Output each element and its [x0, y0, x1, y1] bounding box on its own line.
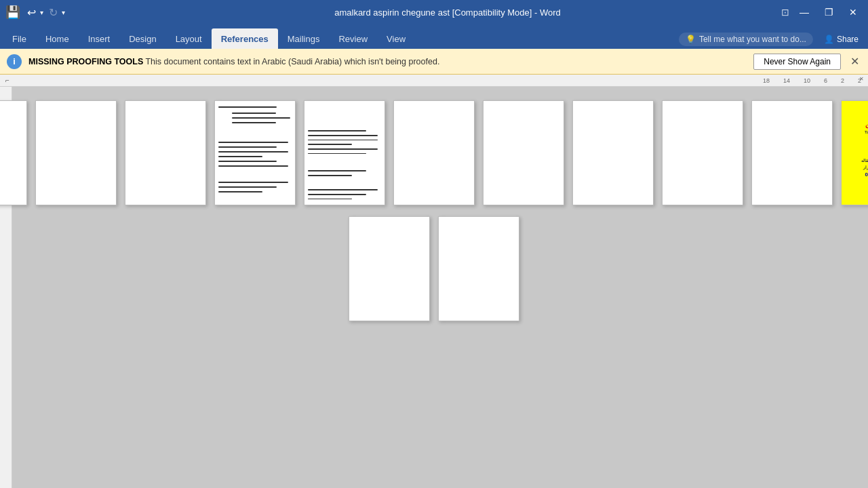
tab-layout[interactable]: Layout — [166, 28, 212, 49]
document-page-6[interactable] — [393, 100, 475, 205]
page-content — [439, 217, 519, 321]
title-bar-controls: ⊡ — ❐ ✕ — [781, 3, 863, 22]
tab-file[interactable]: File — [3, 28, 36, 49]
ad-line4: با کمترین قیمت بازار — [863, 165, 868, 169]
document-page-2[interactable] — [35, 100, 117, 205]
notification-close-button[interactable]: ✕ — [848, 55, 861, 68]
tab-home[interactable]: Home — [36, 28, 79, 49]
ad-title: تحقیق آنلاین — [865, 121, 868, 128]
ad-line3: پاور پوینت - ورد - مقاله — [861, 158, 868, 163]
ribbon-right: 💡 Tell me what you want to do... 👤 Share — [679, 33, 865, 49]
page-content — [573, 101, 653, 205]
page-content — [304, 101, 384, 205]
never-show-button[interactable]: Never Show Again — [753, 54, 841, 70]
notification-text: MISSING PROOFING TOOLS This document con… — [28, 57, 747, 66]
page-content — [0, 101, 26, 205]
share-person-icon: 👤 — [824, 35, 834, 44]
ruler: ⌐ 18 14 10 6 2 2 ✕ — [0, 75, 868, 87]
document-page-10[interactable] — [751, 100, 833, 205]
tab-design[interactable]: Design — [119, 28, 165, 49]
notification-message: This document contains text in Arabic (S… — [145, 57, 439, 66]
document-page-8[interactable] — [572, 100, 654, 205]
page-content — [394, 101, 474, 205]
tab-review[interactable]: Review — [329, 28, 377, 49]
document-page-7[interactable] — [483, 100, 564, 205]
page-row-1: تحقیق آنلاین Tahghighonline.ir 📄 مرجع دا… — [0, 100, 868, 205]
title-bar: 💾 ↩ ▾ ↻ ▾ amalkard aspirin chegune ast [… — [0, 0, 868, 24]
tab-mailings[interactable]: Mailings — [278, 28, 330, 49]
title-bar-title: amalkard aspirin chegune ast [Compatibil… — [114, 7, 781, 18]
notification-bar: i MISSING PROOFING TOOLS This document c… — [0, 49, 868, 75]
undo-icon[interactable]: ↩ — [27, 6, 36, 19]
page-content — [752, 101, 832, 205]
page-content — [36, 101, 116, 205]
ad-phone: 09981366624 — [865, 171, 868, 178]
close-button[interactable]: ✕ — [844, 3, 863, 22]
document-page-12[interactable] — [349, 216, 430, 321]
quick-access-dropdown[interactable]: ▾ — [62, 9, 65, 16]
document-page-4[interactable] — [214, 100, 296, 205]
page-content — [125, 101, 205, 205]
document-page-1[interactable] — [0, 100, 27, 205]
page-content — [484, 101, 564, 205]
tell-me-input[interactable]: 💡 Tell me what you want to do... — [679, 33, 813, 46]
tab-insert[interactable]: Insert — [79, 28, 120, 49]
undo-dropdown-icon[interactable]: ▾ — [40, 9, 43, 16]
document-page-11[interactable]: تحقیق آنلاین Tahghighonline.ir 📄 مرجع دا… — [841, 100, 868, 205]
document-page-9[interactable] — [662, 100, 743, 205]
title-bar-left: 💾 ↩ ▾ ↻ ▾ — [5, 5, 114, 20]
ribbon-display-icon[interactable]: ⊡ — [781, 7, 789, 18]
notification-bold-text: MISSING PROOFING TOOLS — [28, 57, 143, 66]
lightbulb-icon: 💡 — [686, 35, 696, 44]
page-ad-content: تحقیق آنلاین Tahghighonline.ir 📄 مرجع دا… — [842, 101, 868, 205]
page-content — [349, 217, 429, 321]
tab-view[interactable]: View — [377, 28, 415, 49]
save-icon[interactable]: 💾 — [5, 5, 20, 20]
restore-button[interactable]: ❐ — [819, 3, 838, 22]
ruler-marker: ⌐ — [5, 77, 9, 84]
redo-icon[interactable]: ↻ — [49, 6, 58, 19]
ribbon-tabs: File Home Insert Design Layout Reference… — [0, 24, 868, 49]
notification-icon: i — [7, 54, 22, 69]
share-button[interactable]: 👤 Share — [817, 33, 865, 46]
ruler-numbers: 18 14 10 6 2 2 ✕ — [763, 77, 868, 84]
ruler-cross: ✕ — [859, 76, 864, 82]
minimize-button[interactable]: — — [795, 3, 814, 22]
document-page-13[interactable] — [438, 216, 519, 321]
page-row-2 — [349, 216, 519, 321]
tab-references[interactable]: References — [212, 28, 278, 49]
document-page-5[interactable] — [304, 100, 385, 205]
document-view: 2 N N 6 10 14 22 — [0, 87, 868, 488]
page-content — [663, 101, 743, 205]
ad-site: Tahghighonline.ir — [865, 130, 868, 134]
document-page-3[interactable] — [125, 100, 206, 205]
page-content — [215, 101, 295, 205]
